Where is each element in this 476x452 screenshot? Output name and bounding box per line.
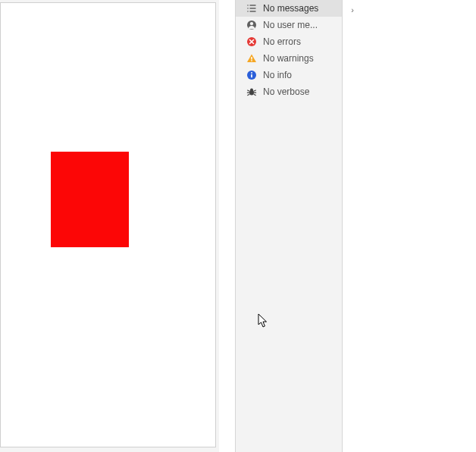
warning-icon [246, 53, 257, 64]
filter-row-messages[interactable]: No messages [236, 0, 342, 17]
filter-row-warnings[interactable]: No warnings [236, 50, 342, 67]
filter-row-verbose[interactable]: No verbose [236, 83, 342, 100]
page-viewport[interactable] [0, 2, 216, 447]
filter-label: No warnings [263, 53, 337, 64]
svg-line-18 [248, 90, 249, 91]
svg-point-2 [247, 11, 249, 12]
filter-row-info[interactable]: No info [236, 67, 342, 83]
filter-row-errors[interactable]: No errors [236, 33, 342, 50]
svg-rect-12 [251, 60, 252, 61]
svg-line-20 [248, 94, 249, 95]
info-icon [246, 70, 257, 80]
sidebar-expander[interactable]: › [346, 3, 359, 17]
error-icon [246, 36, 257, 47]
svg-rect-15 [251, 72, 252, 74]
filter-label: No user me... [263, 20, 337, 30]
red-square [51, 152, 129, 247]
user-icon [246, 20, 257, 30]
svg-rect-14 [251, 74, 252, 77]
svg-point-1 [247, 8, 249, 9]
filter-label: No info [263, 70, 337, 80]
bug-icon [246, 86, 257, 97]
page-preview-wrap [0, 0, 219, 452]
svg-line-23 [254, 94, 255, 95]
list-icon [246, 3, 257, 14]
svg-rect-11 [251, 57, 252, 60]
filter-label: No verbose [263, 86, 337, 97]
svg-point-7 [250, 22, 253, 25]
filter-label: No errors [263, 36, 337, 47]
console-sidebar: No messages No user me... [236, 0, 343, 452]
filter-row-user[interactable]: No user me... [236, 17, 342, 33]
filter-label: No messages [263, 3, 337, 14]
svg-line-21 [254, 90, 255, 91]
svg-point-17 [250, 88, 253, 91]
console-messages-area[interactable] [343, 0, 476, 452]
svg-point-0 [247, 5, 249, 6]
chevron-right-icon: › [351, 5, 354, 14]
